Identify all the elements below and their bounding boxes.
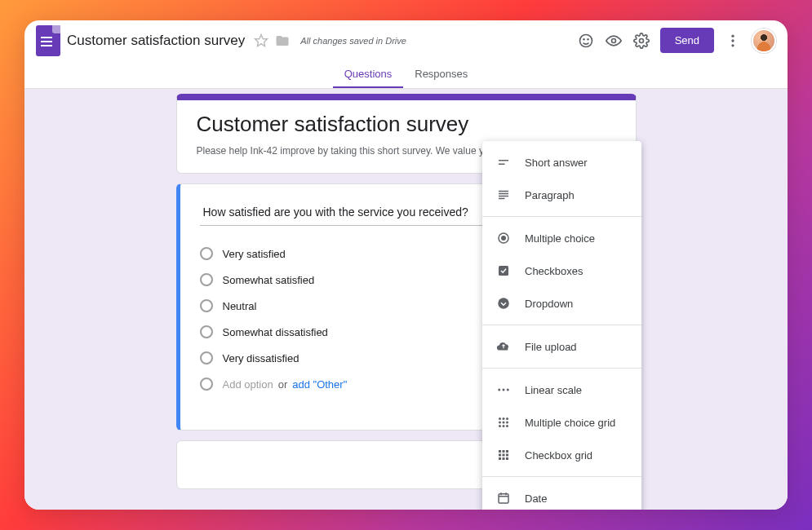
svg-point-31 — [506, 425, 508, 427]
option-label: Somewhat satisfied — [223, 274, 315, 286]
menu-label: Paragraph — [525, 189, 575, 201]
menu-label: Short answer — [525, 157, 588, 169]
svg-point-27 — [503, 422, 505, 424]
svg-point-21 — [503, 389, 505, 391]
dropdown-icon — [495, 295, 512, 311]
folder-icon[interactable] — [274, 33, 291, 49]
svg-point-28 — [506, 422, 508, 424]
radio-icon — [200, 247, 213, 260]
option-label: Very satisfied — [223, 248, 286, 260]
calendar-icon — [495, 490, 512, 506]
menu-label: Multiple choice grid — [525, 417, 615, 429]
svg-rect-36 — [503, 454, 505, 457]
add-other-link[interactable]: add "Other" — [292, 378, 347, 391]
svg-point-24 — [503, 417, 505, 420]
cloud-upload-icon — [495, 338, 512, 355]
menu-separator — [482, 216, 641, 217]
svg-point-4 — [611, 38, 615, 42]
svg-rect-18 — [499, 266, 508, 276]
svg-point-23 — [499, 417, 501, 420]
menu-item-checkboxes[interactable]: Checkboxes — [482, 254, 641, 287]
more-icon[interactable] — [719, 27, 747, 55]
menu-separator — [482, 476, 641, 477]
saved-status: All changes saved in Drive — [300, 36, 406, 46]
question-title-input[interactable]: How satisfied are you with the service y… — [200, 199, 486, 226]
svg-point-25 — [506, 417, 508, 420]
menu-label: Multiple choice — [525, 232, 595, 245]
menu-item-dropdown[interactable]: Dropdown — [482, 287, 641, 320]
menu-label: File upload — [525, 341, 577, 353]
tab-questions[interactable]: Questions — [333, 61, 404, 88]
menu-item-multiple-choice[interactable]: Multiple choice — [482, 222, 641, 254]
svg-rect-41 — [499, 494, 508, 503]
form-title[interactable]: Customer satisfaction survey — [197, 112, 616, 137]
svg-point-29 — [499, 425, 501, 427]
tab-responses[interactable]: Responses — [403, 61, 479, 88]
app-header: Customer satisfaction survey All changes… — [24, 20, 788, 61]
account-avatar[interactable] — [752, 29, 776, 53]
menu-item-mc-grid[interactable]: Multiple choice grid — [482, 406, 641, 439]
option-label: Neutral — [223, 300, 257, 312]
radio-icon — [200, 378, 213, 391]
svg-point-20 — [498, 389, 500, 391]
svg-point-3 — [587, 38, 589, 41]
grid-dots-icon — [495, 414, 512, 431]
menu-label: Date — [525, 492, 547, 505]
menu-label: Dropdown — [525, 298, 573, 310]
svg-point-19 — [498, 298, 509, 309]
forms-logo-icon[interactable] — [36, 25, 60, 56]
menu-separator — [482, 368, 641, 369]
svg-point-5 — [639, 38, 643, 42]
settings-icon[interactable] — [628, 27, 655, 55]
radio-icon — [200, 273, 213, 286]
svg-marker-0 — [255, 34, 268, 46]
svg-rect-40 — [506, 457, 508, 460]
menu-item-paragraph[interactable]: Paragraph — [482, 179, 641, 211]
star-icon[interactable] — [253, 33, 269, 49]
option-label: Very dissatisfied — [223, 352, 300, 364]
or-text: or — [278, 378, 288, 391]
form-canvas: Customer satisfaction survey Please help… — [24, 89, 788, 510]
paragraph-icon — [495, 187, 512, 203]
svg-rect-33 — [503, 450, 505, 453]
svg-point-6 — [731, 34, 734, 37]
svg-rect-39 — [503, 457, 505, 460]
menu-separator — [482, 325, 641, 325]
radio-icon — [200, 325, 213, 338]
svg-point-30 — [503, 425, 505, 427]
svg-point-26 — [499, 422, 501, 424]
menu-item-short-answer[interactable]: Short answer — [482, 146, 641, 179]
option-label: Somewhat dissatisfied — [223, 326, 328, 338]
theme-icon[interactable] — [572, 27, 600, 55]
svg-rect-34 — [506, 450, 508, 453]
radio-icon — [200, 299, 213, 312]
menu-item-cb-grid[interactable]: Checkbox grid — [482, 439, 641, 471]
menu-label: Linear scale — [525, 384, 582, 396]
preview-icon[interactable] — [600, 27, 628, 55]
menu-label: Checkboxes — [525, 265, 583, 277]
svg-point-7 — [731, 39, 734, 42]
radio-checked-icon — [495, 230, 512, 246]
checkbox-checked-icon — [495, 263, 512, 279]
short-answer-icon — [495, 154, 512, 170]
svg-point-22 — [507, 389, 509, 391]
menu-item-linear-scale[interactable]: Linear scale — [482, 373, 641, 406]
grid-squares-icon — [495, 447, 512, 463]
add-option-label[interactable]: Add option — [223, 378, 273, 391]
svg-rect-37 — [506, 454, 508, 457]
send-button[interactable]: Send — [660, 28, 714, 53]
svg-point-2 — [583, 38, 585, 41]
linear-scale-icon — [495, 382, 512, 398]
svg-rect-38 — [499, 457, 501, 460]
menu-item-date[interactable]: Date — [482, 482, 641, 510]
svg-point-1 — [579, 34, 592, 46]
svg-point-8 — [731, 44, 734, 46]
document-title[interactable]: Customer satisfaction survey — [67, 33, 245, 49]
radio-icon — [200, 351, 213, 364]
tab-bar: Questions Responses — [24, 61, 788, 89]
svg-point-17 — [501, 236, 506, 241]
question-type-menu: Short answer Paragraph Multiple choice C… — [482, 141, 641, 510]
svg-rect-32 — [499, 450, 501, 453]
menu-item-file-upload[interactable]: File upload — [482, 330, 641, 363]
menu-label: Checkbox grid — [525, 449, 592, 462]
